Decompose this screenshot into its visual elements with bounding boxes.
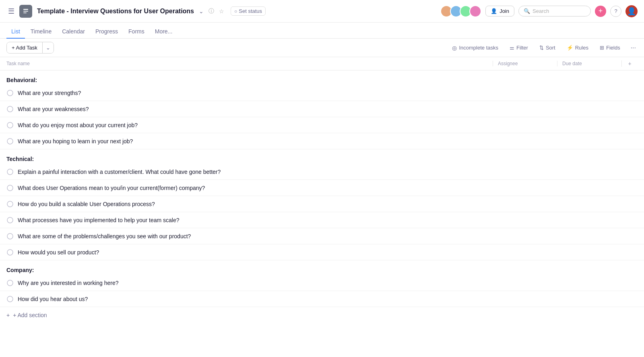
column-task-name: Task name [6,61,493,66]
filter-icon: ⚌ [510,45,514,51]
toolbar: + Add Task ⌄ ◎ Incomplete tasks ⚌ Filter… [0,39,644,57]
join-button[interactable]: 👤 Join [485,6,514,17]
project-title: Template - Interview Questions for User … [37,8,194,15]
svg-point-14 [7,296,13,302]
incomplete-tasks-button[interactable]: ◎ Incomplete tasks [450,43,501,53]
task-row: What processes have you implemented to h… [0,212,644,228]
add-task-main[interactable]: + Add Task [7,42,43,53]
help-icon: ? [614,8,617,14]
task-name-11[interactable]: Why are you interested in working here? [18,280,493,286]
fields-icon: ⊞ [600,45,604,51]
tab-calendar[interactable]: Calendar [57,25,90,39]
task-check-4[interactable] [6,138,14,145]
task-row: What are your strengths? [0,85,644,101]
add-task-button[interactable]: + Add Task ⌄ [6,42,54,54]
svg-rect-1 [23,11,28,12]
task-name-12[interactable]: How did you hear about us? [18,296,493,302]
sort-label: Sort [546,45,555,51]
task-check-6[interactable] [6,184,14,192]
add-column-button[interactable]: + [621,60,638,67]
task-row: What do you enjoy most about your curren… [0,117,644,133]
add-task-chevron[interactable]: ⌄ [43,42,54,53]
task-check-11[interactable] [6,279,14,287]
task-name-5[interactable]: Explain a painful interaction with a cus… [18,169,493,175]
task-check-5[interactable] [6,168,14,175]
tab-more[interactable]: More... [150,25,178,39]
nav-right: 👤 Join 🔍 Search + ? 👤 [440,5,638,17]
rules-button[interactable]: ⚡ Rules [564,43,591,52]
add-button[interactable]: + [595,6,606,17]
task-name-9[interactable]: What are some of the problems/challenges… [18,233,493,239]
svg-point-7 [7,169,13,175]
task-name-10[interactable]: How would you sell our product? [18,249,493,256]
task-check-8[interactable] [6,217,14,224]
tab-list[interactable]: List [6,25,25,39]
add-task-label: + Add Task [12,45,37,51]
tab-timeline[interactable]: Timeline [26,25,56,39]
task-check-7[interactable] [6,200,14,208]
task-row: Why are you interested in working here? [0,275,644,291]
task-row: How do you build a scalable User Operati… [0,196,644,212]
task-name-7[interactable]: How do you build a scalable User Operati… [18,201,493,207]
column-assignee: Assignee [493,61,557,66]
sort-button[interactable]: ⇅ Sort [537,43,558,52]
task-name-4[interactable]: What are you hoping to learn in your nex… [18,138,493,144]
avatar-4[interactable] [469,5,481,17]
task-row: What are some of the problems/challenges… [0,228,644,244]
task-row: How did you hear about us? [0,291,644,307]
add-section-button[interactable]: + + Add section [0,307,644,323]
help-button[interactable]: ? [610,6,621,17]
set-status-icon: ○ [234,8,237,14]
svg-point-13 [7,280,13,286]
toolbar-more-icon[interactable]: ··· [629,43,638,53]
task-check-9[interactable] [6,233,14,240]
set-status-button[interactable]: ○ Set status [231,6,266,16]
task-name-1[interactable]: What are your strengths? [18,90,493,96]
add-icon: + [599,7,603,15]
task-check-12[interactable] [6,295,14,303]
rules-label: Rules [575,45,588,51]
incomplete-tasks-icon: ◎ [452,45,457,51]
task-name-3[interactable]: What do you enjoy most about your curren… [18,122,493,128]
fields-button[interactable]: ⊞ Fields [597,43,623,52]
task-name-8[interactable]: What processes have you implemented to h… [18,217,493,223]
task-row: Explain a painful interaction with a cus… [0,164,644,180]
tab-forms[interactable]: Forms [124,25,149,39]
svg-point-5 [7,122,13,128]
svg-point-4 [7,106,13,112]
task-name-2[interactable]: What are your weaknesses? [18,106,493,112]
fields-label: Fields [606,45,620,51]
task-row: What are you hoping to learn in your nex… [0,133,644,149]
title-info-icon[interactable]: ⓘ [208,8,214,15]
tab-progress[interactable]: Progress [91,25,123,39]
filter-button[interactable]: ⚌ Filter [507,43,530,52]
svg-point-12 [7,250,13,255]
add-section-label: + Add section [13,312,47,318]
svg-point-6 [7,138,13,144]
section-technical-header: Technical: [0,149,644,164]
svg-point-11 [7,233,13,239]
task-check-2[interactable] [6,105,14,113]
search-placeholder: Search [533,8,549,14]
svg-rect-2 [23,12,27,13]
user-avatar[interactable]: 👤 [625,5,638,17]
column-due-date: Due date [557,61,621,66]
tab-bar: List Timeline Calendar Progress Forms Mo… [0,23,644,39]
task-check-3[interactable] [6,122,14,129]
svg-rect-0 [23,9,28,10]
search-icon: 🔍 [524,8,530,14]
title-star-icon[interactable]: ☆ [219,8,224,14]
title-dropdown-icon[interactable]: ⌄ [199,8,204,14]
task-list: Behavioral: What are your strengths? Wha… [0,70,644,323]
task-name-6[interactable]: What does User Operations mean to you/in… [18,185,493,191]
project-icon [19,5,32,18]
task-row: What are your weaknesses? [0,101,644,117]
hamburger-icon[interactable]: ☰ [6,5,16,17]
task-check-10[interactable] [6,249,14,256]
task-check-1[interactable] [6,89,14,97]
user-avatar-img: 👤 [627,7,636,16]
join-icon: 👤 [491,8,497,14]
task-row: How would you sell our product? [0,244,644,260]
search-box[interactable]: 🔍 Search [518,6,591,17]
avatar-group [440,5,481,17]
